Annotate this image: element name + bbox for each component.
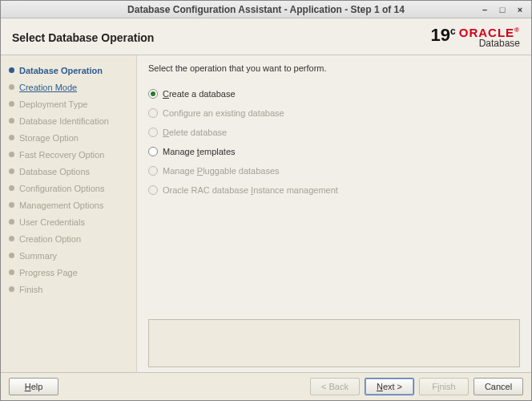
option-label: Oracle RAC database Instance management xyxy=(163,185,338,195)
close-button[interactable]: × xyxy=(514,4,526,15)
step-label: Configuration Options xyxy=(19,184,104,193)
operation-option-2: Delete database xyxy=(148,123,520,142)
operation-option-3[interactable]: Manage templates xyxy=(148,142,520,161)
footer-bar: Help < Back Next > Finish Cancel xyxy=(1,372,531,400)
step-dot-icon xyxy=(9,185,14,191)
sidebar-step-2: Deployment Type xyxy=(9,95,131,112)
step-label: Fast Recovery Option xyxy=(19,150,104,160)
radio-icon xyxy=(148,128,158,137)
radio-icon xyxy=(148,108,158,118)
sidebar-step-8: Management Options xyxy=(9,196,131,213)
step-label: Creation Mode xyxy=(19,83,77,92)
step-dot-icon xyxy=(9,219,14,225)
operation-option-4: Manage Pluggable databases xyxy=(148,161,520,180)
sidebar-step-12: Progress Page xyxy=(9,264,131,281)
radio-icon xyxy=(148,147,158,156)
sidebar-step-1[interactable]: Creation Mode xyxy=(9,79,131,95)
radio-icon xyxy=(148,89,158,99)
step-label: Database Operation xyxy=(19,66,103,75)
maximize-button[interactable]: □ xyxy=(496,4,509,15)
step-dot-icon xyxy=(9,101,14,107)
step-label: Management Options xyxy=(19,200,103,210)
next-button[interactable]: Next > xyxy=(365,378,414,395)
step-dot-icon xyxy=(9,118,14,124)
minimize-button[interactable]: – xyxy=(478,4,491,15)
finish-button: Finish xyxy=(419,378,469,395)
step-label: Storage Option xyxy=(19,133,79,143)
window-title: Database Configuration Assistant - Appli… xyxy=(0,4,532,15)
app-window: Database Configuration Assistant - Appli… xyxy=(0,0,532,401)
page-title: Select Database Operation xyxy=(12,31,431,44)
step-dot-icon xyxy=(9,286,14,292)
step-dot-icon xyxy=(9,168,14,174)
step-dot-icon xyxy=(9,67,14,73)
step-dot-icon xyxy=(9,269,14,275)
step-label: Database Options xyxy=(19,167,90,176)
step-dot-icon xyxy=(9,202,14,208)
sidebar-step-7: Configuration Options xyxy=(9,180,131,196)
step-label: Deployment Type xyxy=(19,99,87,109)
sidebar-step-5: Fast Recovery Option xyxy=(9,146,131,163)
step-dot-icon xyxy=(9,135,14,140)
sidebar-step-3: Database Identification xyxy=(9,112,131,129)
radio-icon xyxy=(148,185,158,195)
sidebar-step-6: Database Options xyxy=(9,163,131,180)
brand-name: ORACLE xyxy=(459,26,520,38)
step-label: Finish xyxy=(19,285,42,294)
step-dot-icon xyxy=(9,152,14,157)
step-label: Creation Option xyxy=(19,234,81,244)
option-label: Manage Pluggable databases xyxy=(163,166,280,176)
operation-option-0[interactable]: Create a database xyxy=(148,84,520,103)
option-label: Create a database xyxy=(163,89,236,99)
operation-option-5: Oracle RAC database Instance management xyxy=(148,180,520,200)
sidebar-step-13: Finish xyxy=(9,281,131,298)
step-label: Database Identification xyxy=(19,116,109,126)
sidebar-step-4: Storage Option xyxy=(9,129,131,146)
step-label: User Credentials xyxy=(19,217,85,227)
instruction-text: Select the operation that you want to pe… xyxy=(148,63,520,73)
help-button[interactable]: Help xyxy=(9,378,58,395)
radio-icon xyxy=(148,166,158,176)
option-label: Manage templates xyxy=(163,147,236,156)
option-label: Delete database xyxy=(163,128,227,137)
option-label: Configure an existing database xyxy=(163,108,284,118)
titlebar: Database Configuration Assistant - Appli… xyxy=(1,1,531,18)
wizard-sidebar: Database OperationCreation ModeDeploymen… xyxy=(1,55,137,372)
sidebar-step-9: User Credentials xyxy=(9,213,131,230)
sidebar-step-11: Summary xyxy=(9,247,131,264)
main-panel: Select the operation that you want to pe… xyxy=(137,55,531,372)
cancel-button[interactable]: Cancel xyxy=(474,378,523,395)
step-dot-icon xyxy=(9,84,14,90)
operation-options: Create a databaseConfigure an existing d… xyxy=(148,84,520,200)
sidebar-step-0: Database Operation xyxy=(9,62,131,79)
step-dot-icon xyxy=(9,236,14,241)
back-button: < Back xyxy=(310,378,360,395)
brand-logo: 19c ORACLE Database xyxy=(431,26,520,48)
brand-version: 19c xyxy=(431,26,456,44)
step-dot-icon xyxy=(9,253,14,258)
operation-option-1: Configure an existing database xyxy=(148,103,520,123)
sidebar-step-10: Creation Option xyxy=(9,230,131,247)
brand-product: Database xyxy=(459,38,520,48)
step-label: Progress Page xyxy=(19,268,78,277)
step-label: Summary xyxy=(19,251,57,261)
page-header: Select Database Operation 19c ORACLE Dat… xyxy=(1,18,531,55)
message-area xyxy=(148,319,520,367)
